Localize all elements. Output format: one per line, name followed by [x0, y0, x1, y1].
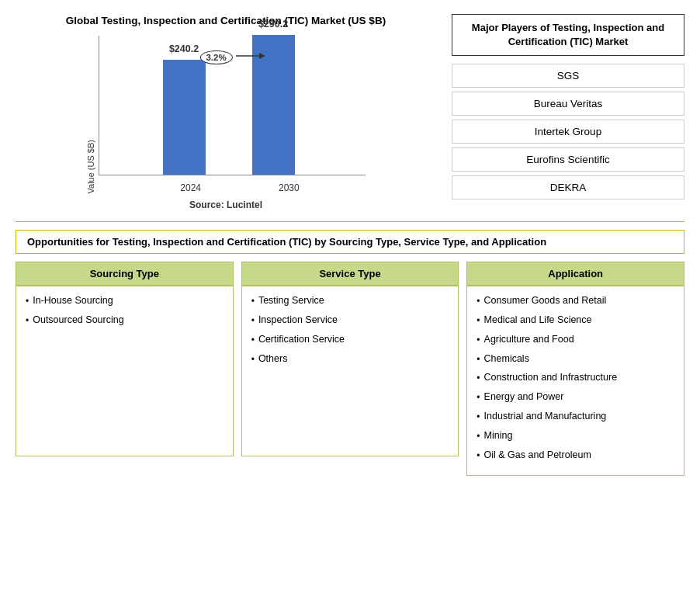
year-label-2030: 2030 — [279, 182, 300, 193]
x-axis-labels: 2024 2030 — [99, 179, 366, 193]
chart-area: Global Testing, Inspection and Certifica… — [16, 14, 444, 210]
bars-row: 3.2% $240.2 — [99, 36, 366, 175]
service-item-inspection: • Inspection Service — [251, 314, 449, 328]
app-item-medical: • Medical and Life Science — [476, 314, 674, 328]
arrow-icon — [236, 50, 265, 65]
bullet-icon: • — [476, 391, 480, 404]
sourcing-item-inhouse: • In-House Sourcing — [26, 294, 224, 308]
bullet-icon: • — [26, 314, 29, 328]
service-item-certification: • Certification Service — [251, 333, 449, 347]
service-item-others: • Others — [251, 352, 449, 366]
service-type-header: Service Type — [241, 262, 459, 286]
bullet-icon: • — [476, 411, 480, 424]
bullet-icon: • — [476, 334, 480, 347]
sourcing-type-body: • In-House Sourcing • Outsourced Sourcin… — [16, 286, 234, 456]
arrow-annotation: 3.2% — [199, 50, 265, 65]
bar-2024 — [163, 60, 206, 175]
app-item-mining: • Mining — [476, 429, 674, 443]
application-body: • Consumer Goods and Retail • Medical an… — [466, 286, 684, 476]
application-col: Application • Consumer Goods and Retail … — [466, 262, 684, 476]
bullet-icon: • — [26, 295, 29, 308]
sourcing-type-col: Sourcing Type • In-House Sourcing • Outs… — [16, 262, 234, 456]
player-sgs: SGS — [452, 64, 684, 88]
players-title: Major Players of Testing, Inspection and… — [452, 14, 684, 56]
player-eurofins: Eurofins Scientific — [452, 147, 684, 172]
opportunities-title: Opportunities for Testing, Inspection an… — [16, 230, 684, 254]
bullet-icon: • — [251, 295, 255, 308]
app-item-consumer-goods: • Consumer Goods and Retail — [476, 294, 674, 308]
source-label: Source: Lucintel — [189, 199, 262, 210]
bar-group-2024: $240.2 — [163, 43, 206, 175]
service-type-body: • Testing Service • Inspection Service •… — [241, 286, 459, 456]
chart-title: Global Testing, Inspection and Certifica… — [66, 14, 386, 28]
bullet-icon: • — [251, 314, 255, 328]
player-bureau-veritas: Bureau Veritas — [452, 92, 684, 116]
sourcing-type-header: Sourcing Type — [16, 262, 234, 286]
page-wrapper: Global Testing, Inspection and Certifica… — [0, 0, 700, 490]
bar-group-2030: $290.2 — [252, 19, 295, 175]
bottom-section: Opportunities for Testing, Inspection an… — [16, 230, 684, 476]
app-item-energy: • Energy and Power — [476, 390, 674, 404]
app-item-construction: • Construction and Infrastructure — [476, 371, 674, 385]
application-header: Application — [466, 262, 684, 286]
chart-container: Value (US $B) 3.2% — [86, 36, 366, 193]
app-item-chemicals: • Chemicals — [476, 352, 674, 366]
players-area: Major Players of Testing, Inspection and… — [444, 14, 684, 210]
chart-inner: 3.2% $240.2 — [99, 36, 366, 193]
chart-y-label: Value (US $B) — [86, 140, 95, 194]
top-section: Global Testing, Inspection and Certifica… — [16, 14, 684, 222]
player-dekra: DEKRA — [452, 175, 684, 199]
app-item-oil-gas: • Oil & Gas and Petroleum — [476, 449, 674, 463]
service-type-col: Service Type • Testing Service • Inspect… — [241, 262, 459, 456]
opportunities-grid: Sourcing Type • In-House Sourcing • Outs… — [16, 262, 684, 476]
app-item-agriculture: • Agriculture and Food — [476, 333, 674, 347]
bullet-icon: • — [476, 372, 480, 385]
bar-value-2030: $290.2 — [258, 19, 288, 29]
year-label-2024: 2024 — [180, 182, 201, 193]
bullet-icon: • — [476, 430, 480, 443]
bullet-icon: • — [251, 353, 255, 366]
service-item-testing: • Testing Service — [251, 294, 449, 308]
cagr-bubble: 3.2% — [199, 50, 232, 64]
bullet-icon: • — [476, 353, 480, 366]
bar-value-2024: $240.2 — [169, 43, 199, 54]
app-item-industrial: • Industrial and Manufacturing — [476, 410, 674, 424]
svg-marker-1 — [259, 53, 265, 59]
player-intertek: Intertek Group — [452, 120, 684, 144]
bullet-icon: • — [476, 314, 480, 328]
bullet-icon: • — [476, 295, 480, 308]
bullet-icon: • — [251, 334, 255, 347]
bullet-icon: • — [476, 449, 480, 463]
sourcing-item-outsourced: • Outsourced Sourcing — [26, 314, 224, 328]
